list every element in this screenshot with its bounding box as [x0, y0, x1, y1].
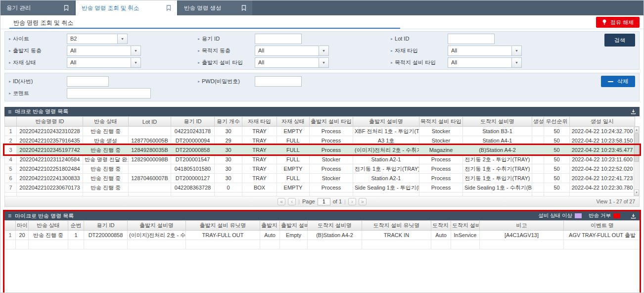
column-header[interactable]: 생성 일시 [570, 117, 635, 127]
next-page-button[interactable]: › [348, 198, 356, 205]
column-header[interactable]: 순번 [68, 221, 84, 231]
table-row[interactable]: 720220422102230670173반송 진행 중042208363728… [5, 183, 635, 193]
legend: 설비 상태 이상반송 거부 [538, 212, 627, 219]
bookmark-icon[interactable] [166, 5, 171, 11]
chevron-down-icon[interactable]: ▼ [131, 58, 140, 67]
scroll-up-icon[interactable]: ▲ [634, 127, 639, 133]
column-header[interactable]: 목적지 설비 타입 [419, 117, 463, 127]
filter-input[interactable] [448, 34, 495, 44]
column-header[interactable]: 마이 [16, 221, 29, 231]
column-header[interactable]: 이벤트 명 [564, 221, 641, 231]
download-icon[interactable] [631, 109, 636, 114]
filter-select[interactable]: All▼ [67, 57, 141, 68]
chevron-down-icon[interactable]: ▼ [319, 58, 328, 67]
chevron-down-icon[interactable]: ▼ [131, 46, 140, 55]
column-header[interactable]: 출발지 설비 유닛명 [186, 221, 260, 231]
chevron-down-icon[interactable]: ▼ [117, 34, 127, 44]
table-row[interactable]: 620220422102241300833반송 진행 중12870460007B… [5, 174, 635, 183]
tab-transfer-create[interactable]: 반송 명령 생성 [178, 0, 252, 15]
filter-select[interactable]: B2▼ [67, 34, 128, 44]
column-header[interactable] [5, 117, 17, 127]
table-row[interactable]: 320220422102345197742반송 진행 중12849280035B… [5, 146, 635, 155]
empty-row [5, 240, 641, 249]
scrollbar-thumb[interactable] [634, 133, 639, 162]
cell: 반송 생성 [83, 136, 129, 146]
select-value: All [67, 46, 131, 55]
column-header[interactable]: Lot ID [129, 117, 171, 127]
cell: FULL [277, 155, 310, 164]
tab-transfer-query-cancel[interactable]: 반송 명령 조회 및 취소 [76, 0, 177, 15]
cell: 전기동 2호 - 투입기(TRAY) [463, 155, 532, 164]
chevron-down-icon[interactable]: ▼ [511, 58, 521, 67]
column-header[interactable] [5, 221, 16, 231]
vertical-scrollbar[interactable]: ▲ ▼ [634, 126, 640, 196]
filter-select[interactable]: All▼ [255, 46, 329, 56]
minus-icon [608, 81, 613, 82]
search-button[interactable]: 검색 [604, 34, 635, 47]
cell: 1 [5, 231, 16, 240]
filter-input[interactable] [67, 76, 109, 87]
chevron-down-icon[interactable]: ▼ [511, 46, 521, 55]
column-header[interactable]: 출발지 설비명 [128, 221, 186, 231]
filter-input[interactable] [255, 34, 302, 44]
column-header[interactable]: 출발지 설비 [280, 221, 308, 231]
bookmark-icon[interactable] [64, 5, 69, 11]
column-header[interactable]: 출발지 설 [260, 221, 280, 231]
caret-icon: ▸ [391, 60, 393, 65]
column-header[interactable]: 생성자 [532, 117, 544, 127]
cell: 20220422102251802484 [17, 164, 83, 174]
column-header[interactable]: 용기 ID [84, 221, 128, 231]
app-window: 용기 관리 반송 명령 조회 및 취소 반송 명령 생성 반송 명령 조회 및 … [0, 0, 644, 293]
download-icon[interactable] [631, 213, 636, 219]
page-title: 반송 명령 조회 및 취소 [13, 19, 73, 27]
occupy-release-button[interactable]: 점유 해제 [596, 17, 640, 28]
column-header[interactable]: 용기 개수 [215, 117, 242, 127]
cell: 30 [215, 155, 242, 164]
column-header[interactable]: 도착지 설 [431, 221, 451, 231]
column-header[interactable]: 도착지 설비명 [308, 221, 362, 231]
table-row[interactable]: 220220422102357916435반송 생성12877060005BDT… [5, 136, 635, 146]
last-page-button[interactable]: » [359, 198, 367, 205]
filter-select[interactable]: All▼ [448, 46, 522, 56]
column-header[interactable]: 자재 상태 [277, 117, 310, 127]
filter-input[interactable] [255, 76, 302, 87]
cell: 20 [16, 231, 29, 240]
first-page-button[interactable]: « [277, 198, 285, 205]
cell: 5 [5, 164, 17, 174]
select-value: All [67, 58, 131, 67]
tab-container-management[interactable]: 용기 관리 [0, 0, 75, 15]
column-header[interactable]: 반송 상태 [83, 117, 129, 127]
cell: 2022-04-22 10:24:32.700 [570, 127, 635, 136]
bookmark-icon[interactable] [241, 5, 246, 11]
table-row[interactable]: 420220422102311240584반송 명령 전달 완료12829000… [5, 155, 635, 164]
page-label: Page [302, 198, 315, 204]
cell [532, 164, 544, 174]
cell: 2022-04-22 10:22:41.723 [570, 174, 635, 183]
column-header[interactable]: 도착지 설비 [451, 221, 480, 231]
column-header[interactable]: 비고 [480, 221, 564, 231]
table-row[interactable]: 520220422102251802484반송 진행 중041805101580… [5, 164, 635, 174]
column-header[interactable]: 출발지 설비명 [353, 117, 419, 127]
scroll-down-icon[interactable]: ▼ [634, 190, 639, 195]
column-header[interactable]: 반송명령 ID [17, 117, 83, 127]
filter-input[interactable] [67, 88, 151, 98]
column-header[interactable]: 반송 상태 [29, 221, 68, 231]
page-number-input[interactable] [318, 198, 330, 205]
filter-select[interactable]: All▼ [448, 57, 522, 68]
column-header[interactable]: 도착지 설비 유닛명 [362, 221, 431, 231]
column-header[interactable]: 우선순위 [544, 117, 570, 127]
filter-select[interactable]: All▼ [255, 57, 329, 68]
delete-button[interactable]: 삭제 [601, 76, 635, 87]
column-header[interactable]: 자재 타입 [242, 117, 277, 127]
column-header[interactable]: 도착지 설비명 [463, 117, 532, 127]
cell [532, 146, 544, 155]
table-row[interactable]: 120220422102432310228반송 진행 중042210243178… [5, 127, 635, 136]
cell: 50 [544, 174, 570, 183]
column-header[interactable]: 용기 ID [171, 117, 215, 127]
cell: Process [310, 183, 353, 193]
prev-page-button[interactable]: ‹ [288, 198, 296, 205]
table-row[interactable]: 120반송 진행 중1DT220000858(이미지)전처리 2호 - 수취기T… [5, 231, 641, 240]
filter-select[interactable]: All▼ [67, 46, 141, 56]
chevron-down-icon[interactable]: ▼ [319, 46, 328, 55]
column-header[interactable]: 출발지 설비 타입 [310, 117, 353, 127]
